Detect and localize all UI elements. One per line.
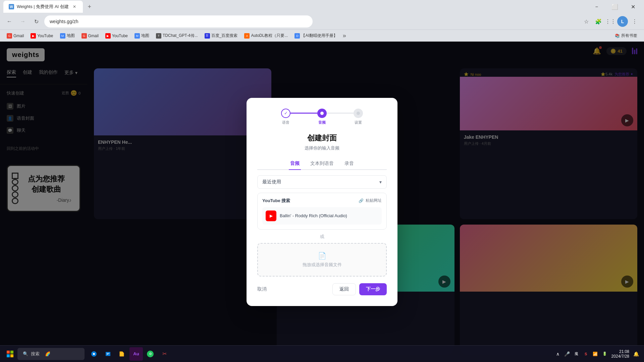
- bookmark-autodl[interactable]: A AutoDL教程（只要...: [241, 32, 290, 40]
- maximize-button[interactable]: ⬜: [607, 1, 623, 12]
- start-button[interactable]: [4, 348, 16, 360]
- bookmark-star-icon[interactable]: ☆: [581, 16, 592, 27]
- system-tray-expand[interactable]: ∧: [554, 350, 562, 358]
- date-display: 2024/7/28: [611, 354, 629, 359]
- bookmark-ai-manual[interactable]: D 【AI翻唱使用手册】: [292, 32, 340, 40]
- all-bookmarks-button[interactable]: 📚 所有书签: [612, 32, 640, 40]
- file-drop-text: 拖放或选择音频文件: [266, 262, 378, 268]
- step-voice-circle: ✓: [281, 109, 290, 118]
- bookmark-youtube1-label: YouTube: [37, 34, 53, 38]
- ai-manual-favicon: D: [294, 33, 300, 39]
- close-window-button[interactable]: ✕: [625, 1, 641, 12]
- taskbar-snip-icon[interactable]: ✂: [158, 347, 171, 361]
- taskbar-clock[interactable]: 21:08 2024/7/28: [611, 349, 629, 359]
- paste-url-button[interactable]: 🔗 粘贴网址: [359, 198, 382, 203]
- step-line-2: [327, 113, 354, 114]
- taskbar-audition-icon[interactable]: Au: [129, 347, 143, 361]
- taskbar-edge2-icon[interactable]: [101, 347, 115, 361]
- taskbar-search-rainbow: 🌈: [45, 351, 50, 356]
- input-method-icon[interactable]: 魔: [573, 350, 581, 358]
- bookmark-gmail1-label: Gmail: [13, 34, 24, 38]
- baidu-favicon: 百: [205, 33, 210, 39]
- step-progress: ✓ 语音 音频: [257, 109, 387, 125]
- all-books-label: 所有书签: [621, 33, 637, 39]
- tab-record[interactable]: 录音: [343, 158, 355, 170]
- extension-icon[interactable]: 🧩: [593, 16, 604, 27]
- taskbar-right-area: ∧ 🎤 魔 S 📶 🔋 21:08 2024/7/28 🔔: [554, 349, 640, 359]
- recently-used-dropdown[interactable]: 最近使用 ▾: [257, 175, 387, 189]
- step-settings-label: 设置: [355, 120, 362, 125]
- battery-icon[interactable]: 🔋: [601, 350, 609, 358]
- step-settings-circle: [354, 109, 363, 118]
- profile-avatar[interactable]: L: [617, 16, 628, 27]
- bookmark-maps2-label: 地图: [141, 33, 149, 39]
- taskbar-apps: Au ⚙ ✂: [87, 347, 171, 361]
- yt-search-label: YouTube 搜索: [262, 198, 290, 204]
- search-icon-taskbar: 🔍: [23, 351, 28, 356]
- browser-menu-button[interactable]: ⋮: [629, 16, 640, 27]
- bookmark-maps1-label: 地图: [67, 33, 75, 39]
- link-icon: 🔗: [359, 198, 364, 203]
- bookmark-youtube1[interactable]: ▶ YouTube: [28, 32, 56, 40]
- address-input[interactable]: [44, 15, 313, 27]
- cancel-button[interactable]: 取消: [257, 286, 267, 292]
- bookmark-baidu-label: 百度_百度搜索: [211, 33, 238, 39]
- bookmark-youtube2[interactable]: ▶ YouTube: [103, 32, 130, 40]
- step-audio: 音频: [317, 109, 327, 125]
- youtube-result-item[interactable]: ▶ Ballin' - Roddy Rich (Official Audio): [262, 207, 382, 225]
- svg-rect-1: [10, 351, 13, 354]
- bookmark-autodl-label: AutoDL教程（只要...: [251, 33, 288, 39]
- bookmark-maps1[interactable]: M 地图: [57, 32, 77, 40]
- taskbar-app5-icon[interactable]: ⚙: [144, 347, 157, 361]
- bookmark-tdchat-label: TDChat_GPT-4传...: [163, 33, 198, 39]
- minimize-button[interactable]: －: [589, 1, 604, 12]
- autodl-favicon: A: [244, 33, 250, 39]
- back-button[interactable]: ←: [4, 16, 15, 27]
- youtube-play-icon: ▶: [266, 210, 276, 221]
- new-tab-button[interactable]: +: [84, 1, 95, 12]
- taskbar-search-box[interactable]: 🔍 搜索 🌈: [17, 348, 85, 360]
- dropdown-selected-value: 最近使用: [262, 179, 281, 185]
- or-divider: 或: [257, 234, 387, 240]
- tab-favicon: W: [9, 4, 14, 9]
- tab-text-to-speech[interactable]: 文本到语音: [309, 158, 335, 170]
- security-icon[interactable]: S: [582, 350, 590, 358]
- file-drop-area[interactable]: 📄 拖放或选择音频文件: [257, 243, 387, 277]
- step-audio-circle: [317, 109, 327, 118]
- bookmark-gmail1[interactable]: G Gmail: [4, 32, 26, 40]
- modal-title: 创建封面: [257, 133, 387, 143]
- books-icon: 📚: [615, 34, 620, 38]
- microphone-icon[interactable]: 🎤: [563, 350, 571, 358]
- system-tray-icons: ∧ 🎤 魔 S 📶 🔋: [554, 350, 609, 358]
- profile-menu-icon[interactable]: ⋮⋮: [605, 16, 616, 27]
- bookmark-tdchat[interactable]: T TDChat_GPT-4传...: [153, 32, 201, 40]
- bookmarks-bar: G Gmail ▶ YouTube M 地图 G Gmail ▶ YouTu: [0, 29, 644, 42]
- gmail1-favicon: G: [7, 33, 12, 39]
- dropdown-arrow-icon: ▾: [379, 179, 382, 185]
- bookmarks-right: 📚 所有书签: [612, 32, 640, 40]
- tab-title: Weights | 免费使用 AI 创建: [17, 4, 69, 10]
- step-voice: ✓ 语音: [281, 109, 290, 125]
- forward-button[interactable]: →: [17, 16, 28, 27]
- browser-tab[interactable]: W Weights | 免费使用 AI 创建 ✕: [3, 1, 83, 13]
- bookmark-gmail2[interactable]: G Gmail: [79, 32, 101, 40]
- modal-overlay: ✓ 语音 音频: [0, 42, 644, 362]
- taskbar-file-icon[interactable]: [115, 347, 129, 361]
- time-display: 21:08: [611, 349, 629, 354]
- svg-rect-3: [10, 354, 13, 357]
- title-bar: W Weights | 免费使用 AI 创建 ✕ + － ⬜ ✕: [0, 0, 644, 13]
- tab-audio[interactable]: 音频: [289, 158, 301, 170]
- close-tab-button[interactable]: ✕: [71, 4, 77, 10]
- bookmark-baidu[interactable]: 百 百度_百度搜索: [202, 32, 240, 40]
- bookmark-maps2[interactable]: M 地图: [132, 32, 152, 40]
- step-audio-label: 音频: [318, 120, 326, 125]
- refresh-button[interactable]: ↻: [31, 16, 42, 27]
- maps1-favicon: M: [60, 33, 65, 39]
- modal-subtitle: 选择你的输入音频: [257, 145, 387, 151]
- bookmarks-more-button[interactable]: »: [343, 32, 346, 39]
- taskbar-edge-icon[interactable]: [87, 347, 101, 361]
- back-button-modal[interactable]: 返回: [332, 283, 356, 295]
- next-button[interactable]: 下一步: [359, 283, 387, 295]
- wifi-icon[interactable]: 📶: [591, 350, 599, 358]
- notification-center-button[interactable]: 🔔: [632, 350, 640, 358]
